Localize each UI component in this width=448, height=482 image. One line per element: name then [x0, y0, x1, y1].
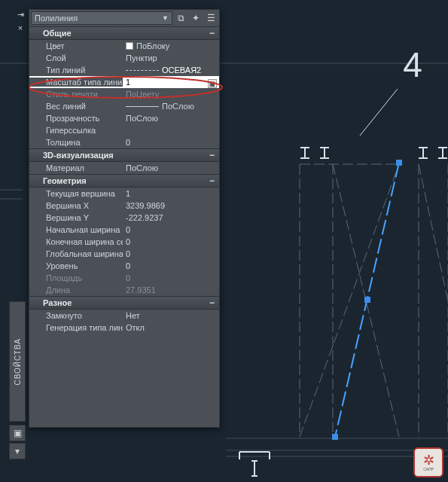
label-transp: Прозрачность	[29, 114, 123, 123]
close-x-icon[interactable]: ×	[15, 23, 26, 33]
grip-end	[332, 434, 338, 440]
collapse-icon[interactable]: −	[209, 150, 215, 160]
section-geometry[interactable]: Геометрия−	[29, 174, 219, 188]
value-ltgen[interactable]: Откл	[123, 323, 219, 332]
object-type-dropdown[interactable]: Полилиния ▼	[31, 11, 172, 25]
label-lweight: Вес линий	[29, 102, 123, 111]
value-ltscale[interactable]: 1▦	[123, 78, 219, 87]
label-closed: Замкнуто	[29, 311, 123, 320]
value-thick[interactable]: 0	[123, 138, 219, 147]
value-material[interactable]: ПоСлою	[123, 163, 219, 172]
object-type-value: Полилиния	[35, 14, 78, 23]
value-area: 0	[123, 273, 219, 282]
panel-menu-icon[interactable]: ▾	[9, 443, 26, 459]
label-color: Цвет	[29, 41, 123, 50]
value-transp[interactable]: ПоСлою	[123, 114, 219, 123]
value-layer[interactable]: Пунктир	[123, 53, 219, 63]
section-general[interactable]: Общие−	[29, 26, 219, 40]
pin-icon[interactable]: ⇥	[15, 9, 26, 20]
section-misc[interactable]: Разное−	[29, 296, 219, 310]
value-endw[interactable]: 0	[123, 237, 219, 246]
value-globalw[interactable]: 0	[123, 249, 219, 258]
axis-number: 4	[403, 45, 422, 84]
label-vx: Вершина X	[29, 201, 123, 210]
value-plotstyle: ПоЦвету	[123, 90, 219, 99]
toggle-pickadd-icon[interactable]: ☰	[204, 11, 218, 25]
label-endw: Конечная ширина се...	[29, 237, 123, 246]
quick-select-icon[interactable]: ⧉	[174, 11, 187, 25]
value-curvtx[interactable]: 1	[123, 189, 219, 198]
label-curvtx: Текущая вершина	[29, 189, 123, 198]
label-length: Длина	[29, 285, 123, 294]
value-elev[interactable]: 0	[123, 261, 219, 270]
svg-line-6	[360, 89, 398, 136]
label-globalw: Глобальная ширина	[29, 249, 123, 258]
chevron-down-icon: ▼	[162, 14, 169, 22]
select-objects-icon[interactable]: ✦	[189, 11, 203, 25]
panel-options-icon[interactable]: ▣	[9, 425, 26, 441]
value-color[interactable]: ПоБлоку	[123, 41, 219, 50]
calculator-icon[interactable]: ▦	[208, 79, 217, 88]
collapse-icon[interactable]: −	[209, 175, 215, 186]
value-linetype[interactable]: ОСЕВАЯ2	[123, 66, 219, 75]
color-swatch-icon	[126, 42, 133, 50]
label-hyper: Гиперссылка	[29, 126, 123, 135]
label-ltgen: Генерация типа линий	[29, 323, 123, 332]
label-thick: Толщина	[29, 138, 123, 147]
collapse-icon[interactable]: −	[209, 297, 215, 308]
grip-start	[396, 160, 402, 166]
gear-icon: ✲	[423, 453, 434, 467]
label-elev: Уровень	[29, 261, 123, 270]
label-layer: Слой	[29, 53, 123, 63]
value-lweight[interactable]: ПоСлою	[123, 102, 219, 111]
label-ltscale: Масштаб типа линий	[29, 78, 123, 87]
value-vy[interactable]: -222.9237	[123, 213, 219, 222]
svg-line-14	[419, 164, 448, 301]
value-vx[interactable]: 3239.9869	[123, 201, 219, 210]
svg-line-13	[300, 164, 399, 437]
value-startw[interactable]: 0	[123, 225, 219, 234]
properties-vertical-tab[interactable]: СВОЙСТВА	[9, 301, 26, 422]
value-closed[interactable]: Нет	[123, 311, 219, 320]
collapse-icon[interactable]: −	[209, 28, 215, 38]
label-area: Площадь	[29, 273, 123, 282]
section-3dviz[interactable]: 3D-визуализация−	[29, 148, 219, 162]
properties-panel: Полилиния ▼ ⧉ ✦ ☰ Общие− ЦветПоБлоку Сло…	[29, 9, 220, 428]
label-material: Материал	[29, 163, 123, 172]
label-linetype: Тип линий	[29, 66, 123, 75]
label-vy: Вершина Y	[29, 213, 123, 222]
value-length: 27.9351	[123, 285, 219, 294]
label-startw: Начальная ширина с...	[29, 225, 123, 234]
watermark-logo: ✲ САПР	[413, 447, 443, 477]
grip-mid	[364, 297, 370, 303]
label-plotstyle: Стиль печати	[29, 90, 123, 99]
